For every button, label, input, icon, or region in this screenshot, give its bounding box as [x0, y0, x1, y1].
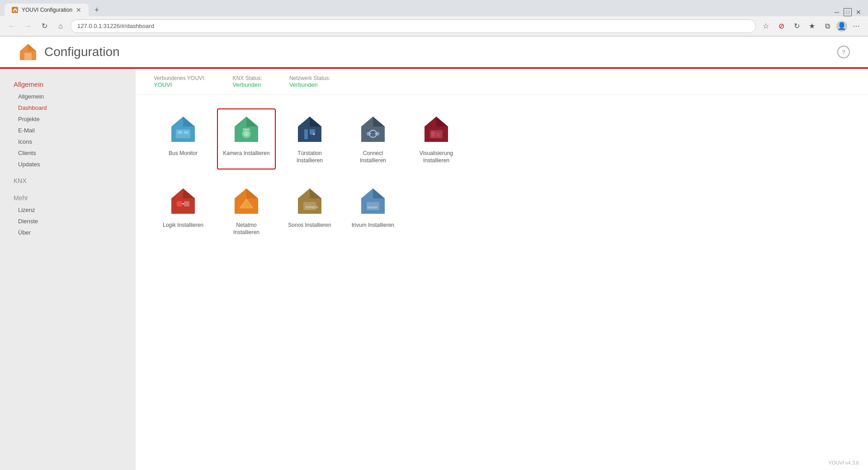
trivum-label: trivum Installieren [352, 222, 394, 229]
sidebar-item-allgemein[interactable]: Allgemein [0, 91, 136, 102]
network-value: Verbunden [289, 81, 318, 88]
sidebar-item-uber[interactable]: Über [0, 227, 136, 238]
svg-rect-6 [178, 131, 182, 134]
kamera-icon [230, 114, 263, 146]
svg-marker-14 [310, 117, 321, 127]
new-tab-button[interactable]: + [90, 4, 103, 16]
favorites-icon[interactable]: ★ [806, 20, 818, 33]
sidebar-item-lizenz[interactable]: Lizenz [0, 204, 136, 216]
app-header: Configuration ? [0, 37, 868, 69]
connect-icon [357, 114, 389, 146]
menu-icon[interactable]: ⋯ [850, 20, 863, 33]
tab-close-button[interactable]: ✕ [76, 6, 81, 14]
sidebar-item-clients[interactable]: Clients [0, 147, 136, 159]
url-display: 127.0.0.1:31226/#/dashboard [77, 23, 154, 29]
svg-point-22 [376, 132, 379, 136]
tuerstation-label: Türstation Installieren [286, 150, 334, 164]
sidebar-item-dashboard[interactable]: Dashboard [0, 102, 136, 113]
svg-rect-7 [184, 131, 189, 134]
logik-label: Logik Installieren [163, 222, 203, 229]
tab-bar: 🏠 YOUVI Configuration ✕ + ─ □ ✕ [0, 0, 868, 16]
connected-value: YOUVI [154, 81, 172, 88]
dash-item-connect[interactable]: Connect Installieren [344, 108, 402, 169]
sidebar-section-knx: KNX [0, 174, 136, 187]
sidebar-item-icons[interactable]: Icons [0, 136, 136, 147]
back-button[interactable]: ← [5, 20, 18, 33]
knx-value: Verbunden [233, 81, 261, 88]
reload-button[interactable]: ↻ [38, 20, 51, 33]
bookmark-icon[interactable]: ☆ [760, 20, 772, 33]
svg-rect-28 [431, 132, 435, 137]
tab-favicon: 🏠 [12, 7, 18, 13]
dash-item-bus-monitor[interactable]: Bus Monitor [154, 108, 212, 169]
forward-button[interactable]: → [22, 20, 34, 33]
svg-point-11 [244, 131, 249, 136]
visualisierung-label: Visualisierung Installieren [412, 150, 460, 164]
nav-right-controls: ☆ ⊘ ↻ ★ ⧉ 👤 ⋯ [760, 20, 863, 33]
svg-point-21 [367, 132, 370, 136]
svg-point-17 [313, 133, 315, 135]
svg-marker-1 [28, 44, 36, 51]
app-logo [18, 42, 38, 62]
svg-rect-12 [243, 128, 250, 130]
profile-icon[interactable]: 👤 [836, 21, 847, 32]
dash-item-tuerstation[interactable]: Türstation Installieren [280, 108, 339, 169]
address-bar[interactable]: 127.0.0.1:31226/#/dashboard [71, 19, 756, 33]
svg-marker-40 [310, 188, 321, 198]
dash-item-logik[interactable]: Logik Installieren [154, 180, 212, 241]
dashboard-row-2: Logik Installieren Netatmo Installieren [154, 180, 850, 241]
minimize-button[interactable]: ─ [833, 8, 841, 16]
help-button[interactable]: ? [837, 46, 850, 58]
bus-monitor-label: Bus Monitor [169, 150, 198, 157]
sonos-icon: SONOS [293, 186, 326, 218]
connected-label: Verbundenes YOUVI: [154, 75, 206, 81]
home-button[interactable]: ⌂ [54, 20, 67, 33]
svg-text:trivum: trivum [368, 205, 377, 209]
version-tag: YOUVI v4.3.6 [829, 460, 859, 465]
dash-item-netatmo[interactable]: Netatmo Installieren [217, 180, 276, 241]
netatmo-label: Netatmo Installieren [222, 222, 270, 236]
maximize-button[interactable]: □ [844, 8, 852, 16]
network-label: Netzwerk Status: [289, 75, 330, 81]
content-area: Verbundenes YOUVI: YOUVI KNX Status: Ver… [136, 69, 868, 470]
dashboard-row-1: Bus Monitor Kamera Installieren [154, 108, 850, 169]
app-title: Configuration [44, 45, 120, 59]
sonos-label: Sonos Installieren [288, 222, 331, 229]
close-window-button[interactable]: ✕ [854, 8, 863, 16]
status-network: Netzwerk Status: Verbunden [289, 75, 330, 88]
logik-icon [167, 186, 199, 218]
nav-bar: ← → ↻ ⌂ 127.0.0.1:31226/#/dashboard ☆ ⊘ … [0, 16, 868, 36]
svg-rect-15 [304, 129, 308, 139]
svg-marker-9 [246, 117, 258, 127]
browser-chrome: 🏠 YOUVI Configuration ✕ + ─ □ ✕ ← → ↻ ⌂ … [0, 0, 868, 37]
tuerstation-icon [293, 114, 326, 146]
knx-label: KNX Status: [233, 75, 262, 81]
status-connected-youvi: Verbundenes YOUVI: YOUVI [154, 75, 206, 88]
svg-rect-2 [24, 53, 32, 60]
svg-rect-33 [184, 201, 189, 207]
svg-marker-36 [246, 188, 258, 198]
tab-title: YOUVI Configuration [22, 7, 72, 13]
shield-icon[interactable]: ⊘ [775, 20, 788, 33]
sidebar-item-projekte[interactable]: Projekte [0, 113, 136, 125]
svg-rect-32 [177, 201, 182, 207]
sidebar-item-updates[interactable]: Updates [0, 159, 136, 170]
browser-tab-active[interactable]: 🏠 YOUVI Configuration ✕ [5, 4, 89, 16]
svg-marker-44 [373, 188, 385, 198]
status-bar: Verbundenes YOUVI: YOUVI KNX Status: Ver… [136, 69, 868, 95]
dashboard-grid: Bus Monitor Kamera Installieren [136, 95, 868, 255]
dash-item-visualisierung[interactable]: Visualisierung Installieren [407, 108, 466, 169]
dash-item-sonos[interactable]: SONOS Sonos Installieren [280, 180, 339, 241]
refresh-icon[interactable]: ↻ [790, 20, 803, 33]
dash-item-trivum[interactable]: trivum trivum Installieren [344, 180, 402, 241]
collections-icon[interactable]: ⧉ [821, 20, 834, 33]
sidebar-item-dienste[interactable]: Dienste [0, 216, 136, 227]
dash-item-kamera[interactable]: Kamera Installieren [217, 108, 276, 169]
sidebar-item-email[interactable]: E-Mail [0, 125, 136, 136]
main-layout: Allgemein Allgemein Dashboard Projekte E… [0, 69, 868, 470]
svg-marker-26 [436, 117, 448, 127]
sidebar-section-allgemein: Allgemein [0, 78, 136, 91]
connect-label: Connect Installieren [349, 150, 397, 164]
svg-rect-5 [176, 129, 190, 138]
status-knx: KNX Status: Verbunden [233, 75, 262, 88]
